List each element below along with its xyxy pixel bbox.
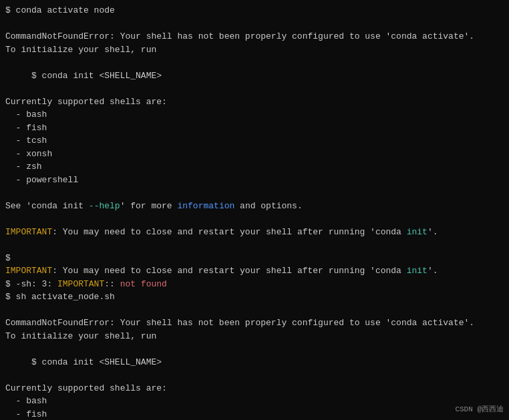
terminal-line <box>5 238 504 252</box>
terminal-line <box>5 56 504 69</box>
terminal-line: To initialize your shell, run <box>5 330 504 343</box>
terminal-line: See 'conda init --help' for more informa… <box>5 200 504 213</box>
terminal-line: Currently supported shells are: <box>5 382 504 395</box>
terminal-line <box>5 17 504 31</box>
terminal-line <box>5 343 504 356</box>
terminal-line: - fish <box>5 408 504 421</box>
terminal-line: - bash <box>5 108 504 122</box>
terminal-line: - fish <box>5 122 504 135</box>
terminal-line: - powershell <box>5 174 504 187</box>
terminal-line: CommandNotFoundError: Your shell has not… <box>5 30 504 43</box>
terminal-line: - tcsh <box>5 134 504 148</box>
terminal-line: - zsh <box>5 160 504 174</box>
watermark: CSDN @西西迪 <box>455 404 504 415</box>
terminal-line: CommandNotFoundError: Your shell has not… <box>5 317 504 330</box>
terminal-line: - xonsh <box>5 148 504 161</box>
terminal-line: IMPORTANT: You may need to close and res… <box>5 264 504 278</box>
terminal-line: IMPORTANT: You may need to close and res… <box>5 226 504 239</box>
terminal-line: $ conda init <SHELL_NAME> <box>5 356 504 369</box>
terminal-line <box>5 304 504 317</box>
terminal-line: Currently supported shells are: <box>5 95 504 109</box>
terminal-line: $ -sh: 3: IMPORTANT:: not found <box>5 278 504 291</box>
terminal-line: $ conda activate node <box>5 4 504 17</box>
terminal-line: To initialize your shell, run <box>5 43 504 57</box>
terminal-line <box>5 212 504 226</box>
terminal-line <box>5 82 504 95</box>
terminal-line: - bash <box>5 395 504 408</box>
terminal-line <box>5 369 504 382</box>
terminal-line <box>5 186 504 200</box>
terminal-line: $ <box>5 252 504 265</box>
terminal-line: $ sh activate_node.sh <box>5 290 504 304</box>
terminal[interactable]: $ conda activate node CommandNotFoundErr… <box>0 0 509 420</box>
terminal-line: $ conda init <SHELL_NAME> <box>5 69 504 83</box>
